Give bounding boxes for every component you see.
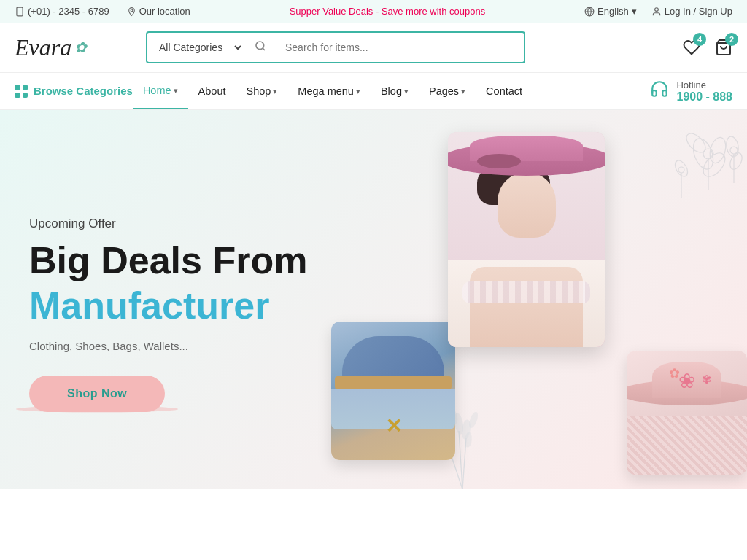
nav-item-blog[interactable]: Blog ▾ [371, 74, 419, 109]
hat-left-image: ✕ [331, 322, 455, 460]
svg-point-15 [730, 147, 738, 154]
shop-now-button[interactable]: Shop Now [29, 376, 165, 412]
login-label: Log In / Sign Up [665, 6, 732, 17]
svg-point-4 [654, 7, 658, 11]
svg-point-26 [468, 411, 479, 428]
cart-button[interactable]: 2 [715, 39, 732, 56]
logo-text: Evara [15, 34, 71, 61]
mega-chevron-icon: ▾ [356, 87, 360, 96]
logo[interactable]: Evara ✿ [15, 34, 131, 61]
hotline-label: Hotline [676, 79, 732, 90]
hero-title-line2: Manufacturer [29, 285, 307, 327]
location-label: Our location [139, 6, 190, 17]
svg-point-11 [703, 149, 713, 159]
category-dropdown[interactable]: All Categories [147, 34, 244, 61]
hat-right-image: ❀ ✿ ✾ [627, 351, 747, 475]
top-bar: (+01) - 2345 - 6789 Our location Supper … [0, 0, 747, 23]
search-input[interactable] [276, 34, 524, 61]
hat-main-image [448, 132, 605, 347]
header: Evara ✿ All Categories 4 2 [0, 23, 747, 73]
wishlist-button[interactable]: 4 [683, 39, 700, 56]
hero-title-line1: Big Deals From [29, 240, 307, 281]
nav-bar: Browse Categories Home ▾ About Shop ▾ Me… [0, 73, 747, 110]
header-icons: 4 2 [683, 39, 732, 56]
location-info: Our location [127, 6, 190, 17]
hotline-number: 1900 - 888 [676, 90, 732, 104]
nav-blog-label: Blog [381, 85, 402, 97]
cart-count: 2 [725, 33, 738, 46]
hero-subtitle: Upcoming Offer [29, 217, 307, 231]
browse-categories-label: Browse Categories [34, 85, 133, 98]
hero-description: Clothing, Shoes, Bags, Wallets... [29, 340, 307, 352]
top-bar-right: English ▾ Log In / Sign Up [584, 6, 732, 17]
hero-content: Upcoming Offer Big Deals From Manufactur… [29, 217, 307, 411]
shop-chevron-icon: ▾ [273, 87, 277, 96]
nav-shop-label: Shop [246, 85, 271, 97]
hotline-section: Hotline 1900 - 888 [650, 79, 732, 104]
svg-point-2 [131, 9, 133, 12]
deal-banner: Supper Value Deals - Save more with coup… [290, 6, 486, 17]
language-label: English [597, 6, 629, 17]
browse-categories-button[interactable]: Browse Categories [15, 74, 133, 108]
nav-about-label: About [198, 85, 226, 97]
svg-point-14 [728, 151, 745, 171]
svg-point-18 [678, 167, 684, 173]
phone-number: (+01) - 2345 - 6789 [28, 6, 109, 17]
hero-section: Upcoming Offer Big Deals From Manufactur… [0, 110, 747, 489]
language-chevron: ▾ [632, 6, 637, 17]
flower-sketch-decoration [630, 125, 747, 227]
nav-item-shop[interactable]: Shop ▾ [236, 74, 287, 109]
grid-icon [15, 85, 28, 98]
svg-line-21 [462, 438, 466, 489]
nav-item-mega-menu[interactable]: Mega menu ▾ [287, 74, 371, 109]
hotline-info: Hotline 1900 - 888 [676, 79, 732, 104]
home-chevron-icon: ▾ [174, 86, 178, 96]
language-selector[interactable]: English ▾ [584, 6, 637, 17]
headphone-icon [650, 79, 669, 103]
svg-point-9 [683, 130, 708, 155]
nav-mega-label: Mega menu [298, 85, 354, 97]
top-bar-left: (+01) - 2345 - 6789 Our location [15, 6, 190, 17]
nav-item-contact[interactable]: Contact [476, 74, 533, 109]
login-link[interactable]: Log In / Sign Up [651, 6, 732, 17]
pages-chevron-icon: ▾ [461, 87, 465, 96]
deal-text: Supper Value Deals - Save more with coup… [290, 6, 486, 17]
nav-item-about[interactable]: About [188, 74, 236, 109]
wishlist-count: 4 [693, 33, 706, 46]
search-bar: All Categories [146, 31, 525, 63]
svg-rect-0 [17, 7, 23, 16]
svg-point-5 [256, 42, 264, 50]
phone-info: (+01) - 2345 - 6789 [15, 6, 109, 17]
nav-item-home[interactable]: Home ▾ [133, 73, 188, 109]
search-icon[interactable] [244, 33, 276, 62]
nav-pages-label: Pages [429, 85, 459, 97]
nav-contact-label: Contact [486, 85, 522, 97]
logo-leaf-icon: ✿ [74, 39, 87, 56]
blog-chevron-icon: ▾ [404, 87, 409, 96]
nav-item-pages[interactable]: Pages ▾ [419, 74, 476, 109]
main-nav: Home ▾ About Shop ▾ Mega menu ▾ Blog ▾ P… [133, 73, 651, 109]
nav-home-label: Home [143, 85, 171, 96]
hero-images: ✕ ❀ [324, 110, 747, 489]
